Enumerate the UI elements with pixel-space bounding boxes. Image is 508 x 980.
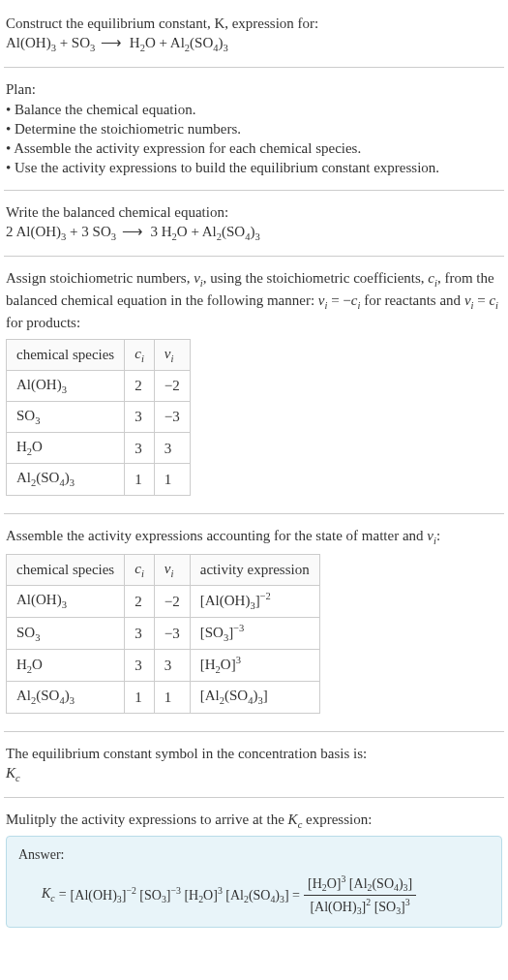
table-row: H2O 3 3 [H2O]3: [7, 650, 320, 682]
col-activity: activity expression: [190, 554, 319, 585]
table-header-row: chemical species ci νi activity expressi…: [7, 554, 320, 585]
plan-bullet: • Assemble the activity expression for e…: [6, 138, 502, 158]
table-row: Al(OH)3 2 −2 [Al(OH)3]−2: [7, 585, 320, 617]
plan-title: Plan:: [6, 79, 502, 99]
divider: [4, 797, 504, 798]
plan-bullet: • Determine the stoichiometric numbers.: [6, 119, 502, 138]
col-c: ci: [125, 339, 155, 370]
table-row: SO3 3 −3: [7, 402, 191, 433]
divider: [4, 513, 504, 514]
divider: [4, 731, 504, 732]
assign-section: Assign stoichiometric numbers, νi, using…: [4, 262, 504, 506]
divider: [4, 67, 504, 68]
table-header-row: chemical species ci νi: [7, 339, 191, 370]
assemble-section: Assemble the activity expressions accoun…: [4, 520, 504, 725]
answer-label: Answer:: [18, 846, 490, 865]
numerator: [H2O]3 [Al2(SO4)3]: [304, 873, 416, 896]
divider: [4, 190, 504, 191]
divider: [4, 256, 504, 257]
denominator: [Al(OH)3]2 [SO3]3: [304, 896, 416, 918]
table-row: SO3 3 −3 [SO3]−3: [7, 618, 320, 650]
balanced-title: Write the balanced chemical equation:: [6, 202, 502, 222]
kc-text: The equilibrium constant symbol in the c…: [6, 744, 502, 763]
intro-section: Construct the equilibrium constant, K, e…: [4, 8, 504, 61]
balanced-equation: 2 Al(OH)3 + 3 SO3 ⟶ 3 H2O + Al2(SO4)3: [6, 222, 502, 244]
intro-equation: Al(OH)3 + SO3 ⟶ H2O + Al2(SO4)3: [6, 33, 502, 55]
balanced-section: Write the balanced chemical equation: 2 …: [4, 197, 504, 250]
table-row: H2O 3 3: [7, 433, 191, 464]
fraction: [H2O]3 [Al2(SO4)3] [Al(OH)3]2 [SO3]3: [304, 873, 416, 917]
reaction-arrow: ⟶: [95, 35, 130, 50]
intro-text: Construct the equilibrium constant, K, e…: [6, 15, 318, 31]
intro-line1: Construct the equilibrium constant, K, e…: [6, 14, 502, 33]
col-species: chemical species: [7, 339, 125, 370]
table-row: Al(OH)3 2 −2: [7, 370, 191, 401]
kc-symbol-section: The equilibrium constant symbol in the c…: [4, 738, 504, 791]
col-nu: νi: [154, 339, 190, 370]
answer-equation: Kc = [Al(OH)3]−2 [SO3]−3 [H2O]3 [Al2(SO4…: [18, 873, 490, 917]
plan-section: Plan: • Balance the chemical equation. •…: [4, 74, 504, 183]
col-species: chemical species: [7, 554, 125, 585]
col-nu: νi: [154, 554, 190, 585]
multiply-section: Mulitply the activity expressions to arr…: [4, 804, 504, 934]
answer-box: Answer: Kc = [Al(OH)3]−2 [SO3]−3 [H2O]3 …: [6, 836, 502, 928]
table-row: Al2(SO4)3 1 1 [Al2(SO4)3]: [7, 682, 320, 713]
activity-table: chemical species ci νi activity expressi…: [6, 554, 320, 714]
plan-bullet: • Use the activity expressions to build …: [6, 158, 502, 177]
table-row: Al2(SO4)3 1 1: [7, 464, 191, 495]
plan-bullet: • Balance the chemical equation.: [6, 100, 502, 119]
reaction-arrow: ⟶: [116, 224, 151, 239]
kc-symbol: Kc: [6, 763, 502, 785]
stoichiometric-table: chemical species ci νi Al(OH)3 2 −2 SO3 …: [6, 339, 191, 496]
col-c: ci: [125, 554, 155, 585]
